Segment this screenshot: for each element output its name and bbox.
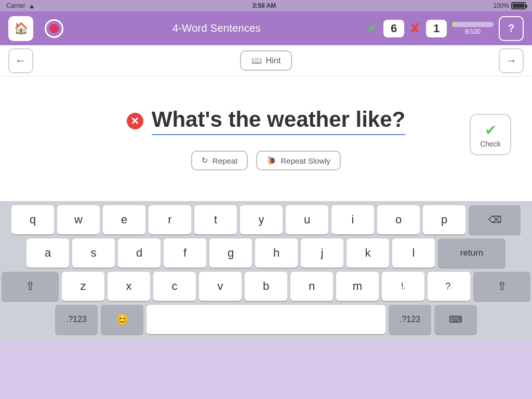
wrong-cross-icon: ✘ <box>409 20 421 36</box>
sentence-display: What's the weather like? <box>152 107 405 135</box>
keyboard-row-3: ⇧ z x c v b n m !, ?. ⇧ <box>2 272 530 301</box>
battery-area: 100% <box>493 2 526 9</box>
key-m[interactable]: m <box>336 272 379 301</box>
repeat-slowly-button[interactable]: 🐌 Repeat Slowly <box>256 151 341 170</box>
repeat-button[interactable]: ↻ Repeat <box>191 151 248 170</box>
key-l[interactable]: l <box>392 238 435 268</box>
keyboard-row-4: .?123 😊 .?123 ⌨ <box>2 305 530 334</box>
home-button[interactable]: 🏠 <box>8 16 33 41</box>
hint-label: Hint <box>266 56 281 65</box>
backspace-key[interactable]: ⌫ <box>469 205 521 234</box>
key-z[interactable]: z <box>62 272 104 301</box>
repeat-icon: ↻ <box>202 156 208 165</box>
home-icon: 🏠 <box>14 22 28 35</box>
dismiss-button[interactable]: ✕ <box>127 113 143 129</box>
check-label: Check <box>480 140 501 148</box>
key-v[interactable]: v <box>199 272 242 301</box>
forward-button[interactable]: → <box>499 48 524 73</box>
battery-icon <box>511 2 526 9</box>
key-a[interactable]: a <box>26 238 69 268</box>
book-icon: 📖 <box>251 56 262 65</box>
key-d[interactable]: d <box>118 238 161 268</box>
check-checkmark-icon: ✔ <box>485 122 497 139</box>
wifi-icon: ▲ <box>29 2 35 10</box>
key-r[interactable]: r <box>149 205 191 234</box>
time-display: 3:58 AM <box>252 2 276 9</box>
numeric-key[interactable]: .?123 <box>55 305 98 334</box>
key-q[interactable]: q <box>11 205 54 234</box>
key-s[interactable]: s <box>72 238 115 268</box>
status-bar: Carrier ▲ 3:58 AM 100% <box>0 0 532 11</box>
key-question[interactable]: ?. <box>428 272 470 301</box>
numeric-key-right[interactable]: .?123 <box>389 305 431 334</box>
progress-bar-fill <box>452 22 455 27</box>
page-title: 4-Word Sentences <box>172 22 261 34</box>
key-w[interactable]: w <box>57 205 100 234</box>
record-icon <box>45 19 63 38</box>
key-h[interactable]: h <box>255 238 298 268</box>
key-x[interactable]: x <box>108 272 150 301</box>
key-i[interactable]: i <box>331 205 374 234</box>
key-k[interactable]: k <box>347 238 389 268</box>
progress-bar <box>452 22 494 27</box>
progress-text: 8/100 <box>465 28 481 35</box>
space-bar[interactable] <box>147 305 385 334</box>
action-bar: ← 📖 Hint → <box>0 45 532 76</box>
correct-count: 6 <box>383 20 404 37</box>
key-u[interactable]: u <box>286 205 328 234</box>
key-e[interactable]: e <box>103 205 145 234</box>
keyboard-hide-key[interactable]: ⌨ <box>434 305 477 334</box>
keyboard-row-1: q w e r t y u i o p ⌫ <box>2 205 530 234</box>
back-icon: ← <box>15 54 26 68</box>
carrier-text: Carrier <box>6 2 25 9</box>
key-b[interactable]: b <box>245 272 287 301</box>
record-button[interactable] <box>42 16 66 41</box>
shift-key-right[interactable]: ⇧ <box>473 272 530 301</box>
return-key[interactable]: return <box>438 238 506 268</box>
key-y[interactable]: y <box>240 205 283 234</box>
keyboard-area: q w e r t y u i o p ⌫ a s d f g h j k l … <box>0 201 532 340</box>
key-p[interactable]: p <box>423 205 466 234</box>
hint-button[interactable]: 📖 Hint <box>240 50 292 71</box>
battery-percent: 100% <box>493 2 509 9</box>
emoji-key[interactable]: 😊 <box>101 305 143 334</box>
correct-checkmark-icon: ✔ <box>367 20 378 36</box>
main-content: ✕ What's the weather like? ↻ Repeat 🐌 Re… <box>0 76 532 201</box>
key-g[interactable]: g <box>209 238 252 268</box>
wrong-count: 1 <box>426 20 447 37</box>
sentence-row: ✕ What's the weather like? <box>127 107 405 135</box>
forward-icon: → <box>506 54 517 68</box>
repeat-slowly-label: Repeat Slowly <box>281 156 330 165</box>
shift-key[interactable]: ⇧ <box>2 272 59 301</box>
repeat-row: ↻ Repeat 🐌 Repeat Slowly <box>191 151 341 170</box>
help-button[interactable]: ? <box>499 16 524 41</box>
repeat-slowly-icon: 🐌 <box>267 156 276 165</box>
check-button[interactable]: ✔ Check <box>470 114 511 155</box>
key-c[interactable]: c <box>153 272 196 301</box>
keyboard-row-2: a s d f g h j k l return <box>2 238 530 268</box>
repeat-label: Repeat <box>212 156 237 165</box>
key-t[interactable]: t <box>194 205 237 234</box>
key-o[interactable]: o <box>377 205 420 234</box>
progress-area: 8/100 <box>452 22 494 35</box>
key-f[interactable]: f <box>164 238 206 268</box>
key-n[interactable]: n <box>290 272 333 301</box>
key-j[interactable]: j <box>301 238 343 268</box>
help-icon: ? <box>508 22 514 34</box>
back-button[interactable]: ← <box>8 48 33 73</box>
header: 🏠 4-Word Sentences ✔ 6 ✘ 1 8/100 ? <box>0 11 532 45</box>
key-exclaim[interactable]: !, <box>382 272 424 301</box>
